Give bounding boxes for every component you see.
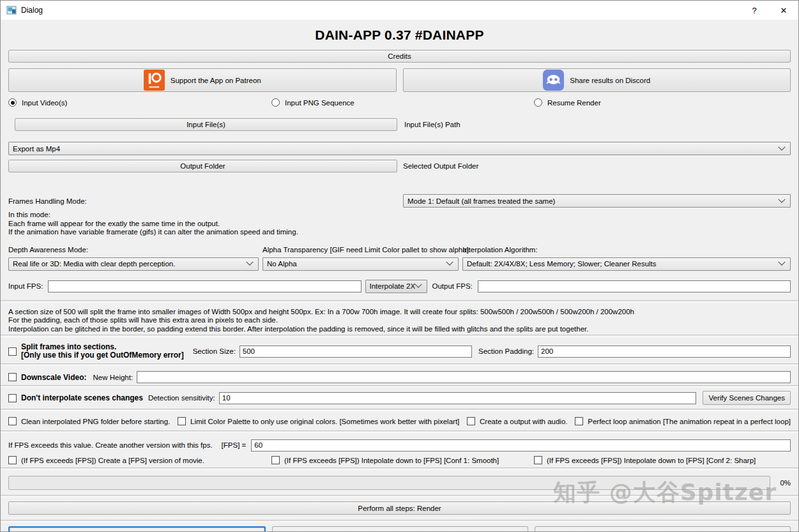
checkbox-box xyxy=(575,417,583,425)
frames-mode-desc-line1: In this mode: xyxy=(8,211,791,220)
new-height-input[interactable] xyxy=(137,371,791,383)
dont-interpolate-scenes-checkbox[interactable]: Don't interpolate scenes changes xyxy=(8,393,143,402)
input-fps-label: Input FPS: xyxy=(8,282,43,290)
credits-button[interactable]: Credits xyxy=(8,50,791,63)
divider xyxy=(1,495,798,498)
radio-input-png-label: Input PNG Sequence xyxy=(285,99,354,107)
patreon-label: Support the App on Patreon xyxy=(171,77,261,84)
section-desc-line3: Interpolation can be glitched in the bor… xyxy=(8,325,791,334)
help-button[interactable]: ? xyxy=(740,1,769,20)
discord-icon xyxy=(543,70,564,91)
chevron-down-icon xyxy=(446,259,453,266)
divider xyxy=(1,385,798,388)
fps-sharp-checkbox[interactable]: (If FPS exceeds [FPS]) Intepolate down t… xyxy=(534,456,756,464)
depth-mode-select[interactable]: Real life or 3D: Media with clear depth … xyxy=(8,257,259,271)
interp-algo-select[interactable]: Default: 2X/4X/8X; Less Memory; Slower; … xyxy=(462,257,791,271)
patreon-button[interactable]: Support the App on Patreon xyxy=(8,68,397,92)
checkbox-box xyxy=(8,417,17,425)
new-height-label: New Height: xyxy=(93,374,133,381)
audio-output-checkbox[interactable]: Create a output with audio. xyxy=(467,417,567,425)
interp-algo-value: Default: 2X/4X/8X; Less Memory; Slower; … xyxy=(467,260,779,268)
alpha-select[interactable]: No Alpha xyxy=(263,257,459,271)
step3-button[interactable]: Step 3: Convert DAIN frames to video xyxy=(535,526,791,532)
chevron-down-icon xyxy=(415,281,422,288)
clean-png-label: Clean interpolated PNG folder before sta… xyxy=(21,418,170,425)
selected-output-folder-label: Selected Output Folder xyxy=(403,162,478,170)
split-frames-label-line2: [Only use this if you get OutOfMemory er… xyxy=(21,351,184,360)
radio-selected-icon xyxy=(8,98,17,107)
dont-interpolate-scenes-label: Don't interpolate scenes changes xyxy=(21,393,143,402)
radio-resume-render[interactable]: Resume Render xyxy=(534,98,601,107)
audio-output-label: Create a output with audio. xyxy=(480,418,567,425)
fps-eq-label: [FPS] = xyxy=(222,441,247,449)
perfect-loop-label: Perfect loop animation [The animation re… xyxy=(588,418,791,425)
input-files-button[interactable]: Input File(s) xyxy=(15,118,397,131)
progress-percent: 0% xyxy=(775,479,791,487)
interp-algo-label: Interpolation Algorithm: xyxy=(462,246,791,254)
frames-mode-value: Mode 1: Default (all frames treated the … xyxy=(407,197,779,205)
output-fps-label: Output FPS: xyxy=(432,282,473,290)
render-all-button[interactable]: Perform all steps: Render xyxy=(8,501,791,515)
chevron-down-icon xyxy=(778,143,785,150)
titlebar: Dialog ? ✕ xyxy=(1,1,798,20)
fps-smooth-checkbox[interactable]: (If FPS exceeds [FPS]) Intepolate down t… xyxy=(271,456,534,464)
window-title: Dialog xyxy=(21,6,43,15)
chevron-down-icon xyxy=(778,259,785,266)
discord-label: Share results on Discord xyxy=(570,77,650,84)
radio-input-png[interactable]: Input PNG Sequence xyxy=(271,98,534,107)
patreon-icon xyxy=(144,70,165,91)
divider xyxy=(1,300,798,303)
render-all-label: Perform all steps: Render xyxy=(358,505,441,512)
perfect-loop-checkbox[interactable]: Perfect loop animation [The animation re… xyxy=(575,417,791,425)
alpha-value: No Alpha xyxy=(267,260,447,268)
export-format-value: Export as Mp4 xyxy=(13,145,779,153)
radio-resume-render-label: Resume Render xyxy=(547,99,601,107)
app-icon xyxy=(6,5,17,15)
credits-label: Credits xyxy=(388,52,411,60)
fps-limit-label: If FPS exceeds this value. Create anothe… xyxy=(8,441,213,449)
detection-sensitivity-label: Detection sensitivity: xyxy=(148,394,215,402)
limit-palette-checkbox[interactable]: Limit Color Palette to only use original… xyxy=(178,417,459,425)
clean-png-checkbox[interactable]: Clean interpolated PNG folder before sta… xyxy=(8,417,170,425)
checkbox-box xyxy=(271,456,280,464)
checkbox-box xyxy=(534,456,542,464)
export-format-select[interactable]: Export as Mp4 xyxy=(8,142,791,155)
section-padding-input[interactable] xyxy=(538,346,791,358)
downscale-checkbox[interactable]: Downscale Video: xyxy=(8,373,86,382)
divider xyxy=(1,409,798,411)
detection-sensitivity-input[interactable] xyxy=(219,392,697,404)
depth-mode-label: Depth Awareness Mode: xyxy=(8,246,259,254)
input-fps-field[interactable] xyxy=(48,280,361,293)
section-size-input[interactable] xyxy=(240,346,472,358)
output-folder-button[interactable]: Output Folder xyxy=(8,160,397,172)
section-desc-line1: A section size of 500 will split the fra… xyxy=(8,308,791,317)
alpha-label: Alpha Transparency [GIF need Limit Color… xyxy=(263,246,459,254)
fps-create-version-checkbox[interactable]: (If FPS exceeds [FPS]) Create a [FPS] ve… xyxy=(8,456,271,464)
fps-smooth-label: (If FPS exceeds [FPS]) Intepolate down t… xyxy=(284,457,499,464)
progress-bar xyxy=(8,476,770,490)
checkbox-box xyxy=(467,417,475,425)
divider xyxy=(1,467,798,470)
chevron-down-icon xyxy=(246,259,253,266)
section-desc-line2: For the padding, each of those splits wi… xyxy=(8,316,791,325)
step2-button[interactable]: Step 2: Feed source frames to DAIN xyxy=(272,526,528,532)
discord-button[interactable]: Share results on Discord xyxy=(403,68,791,92)
radio-icon xyxy=(534,98,542,107)
section-description: A section size of 500 will split the fra… xyxy=(8,308,791,334)
frames-mode-desc-line3: If the animation have variable framerate… xyxy=(8,228,791,237)
close-button[interactable]: ✕ xyxy=(769,1,798,20)
output-folder-label: Output Folder xyxy=(180,162,225,170)
divider xyxy=(1,335,798,337)
radio-input-videos[interactable]: Input Video(s) xyxy=(8,98,271,107)
page-title: DAIN-APP 0.37 #DAINAPP xyxy=(8,27,791,43)
section-padding-label: Section Padding: xyxy=(478,347,534,355)
frames-mode-select[interactable]: Mode 1: Default (all frames treated the … xyxy=(403,194,791,208)
divider xyxy=(1,520,798,522)
interpolate-select[interactable]: Interpolate 2X xyxy=(365,280,427,293)
split-frames-checkbox[interactable]: Split frames into sections. [Only use th… xyxy=(8,343,184,360)
output-fps-field[interactable] xyxy=(478,280,791,293)
fps-limit-input[interactable] xyxy=(251,439,791,452)
verify-scenes-button[interactable]: Verify Scenes Changes xyxy=(703,391,791,405)
step1-button[interactable]: Step 1: Split source video into frames xyxy=(8,526,266,532)
checkbox-box xyxy=(178,417,186,425)
